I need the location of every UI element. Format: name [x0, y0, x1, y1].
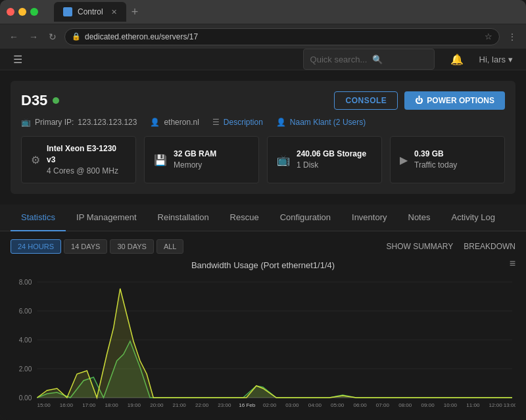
window-expand-icon[interactable]: ⋮	[505, 29, 519, 45]
bookmark-icon[interactable]: ☆	[485, 32, 492, 41]
traffic-lights	[7, 8, 38, 16]
back-button[interactable]: ←	[7, 29, 21, 45]
tab-title: Control	[78, 7, 103, 16]
traffic-label: 0.39 GB Traffic today	[414, 149, 457, 171]
storage-icon: 📺	[277, 154, 290, 166]
svg-text:15:00: 15:00	[37, 402, 51, 408]
tab-nav: Statistics IP Management Reinstallation …	[0, 204, 526, 231]
title-bar: Control ✕ +	[0, 0, 526, 24]
app-nav: ☰ Quick search... 🔍 🔔 Hi, lars ▾	[0, 49, 526, 70]
cpu-line2: 4 Cores @ 800 MHz	[47, 166, 118, 175]
hamburger-icon[interactable]: ☰	[13, 53, 22, 66]
provider-icon: 👤	[150, 118, 160, 127]
svg-text:21:00: 21:00	[173, 402, 187, 408]
tab-favicon	[63, 7, 72, 16]
traffic-line2: Traffic today	[414, 160, 457, 170]
ram-icon: 💾	[154, 154, 167, 166]
cpu-label: Intel Xeon E3-1230 v3 4 Cores @ 800 MHz	[47, 143, 126, 176]
search-box[interactable]: Quick search... 🔍	[303, 49, 435, 70]
power-icon: ⏻	[415, 96, 423, 105]
svg-text:8.00: 8.00	[19, 279, 32, 286]
server-header: D35 CONSOLE ⏻ POWER OPTIONS	[21, 91, 505, 110]
description-item[interactable]: ☰ Description	[212, 118, 263, 127]
svg-text:05:00: 05:00	[331, 402, 345, 408]
description-link[interactable]: Description	[224, 118, 263, 127]
user-chevron-icon: ▾	[508, 55, 513, 64]
tab-statistics[interactable]: Statistics	[11, 204, 66, 231]
bandwidth-chart: 8.00 6.00 4.00 2.00 0.00 15:00 16	[11, 275, 515, 420]
svg-text:0.00: 0.00	[19, 394, 32, 402]
provider-name: etheron.nl	[164, 118, 199, 127]
svg-text:18:00: 18:00	[105, 402, 118, 408]
address-bar[interactable]: 🔒 dedicated.etheron.eu/servers/17 ☆	[64, 28, 500, 45]
chart-svg-wrapper: 8.00 6.00 4.00 2.00 0.00 15:00 16	[11, 275, 515, 420]
tab-configuration[interactable]: Configuration	[270, 204, 341, 231]
storage-label: 240.06 GB Storage 1 Disk	[297, 149, 366, 171]
spec-ram: 💾 32 GB RAM Memory	[144, 136, 259, 183]
new-tab-button[interactable]: +	[132, 5, 139, 19]
maximize-button[interactable]	[30, 8, 38, 16]
svg-text:09:00: 09:00	[421, 402, 435, 408]
time-24h-button[interactable]: 24 HOURS	[11, 239, 61, 254]
spec-storage: 📺 240.06 GB Storage 1 Disk	[267, 136, 382, 183]
cpu-line1: Intel Xeon E3-1230 v3	[47, 144, 116, 164]
time-all-button[interactable]: ALL	[156, 239, 184, 254]
chart-title: Bandwidth Usage (Port ethernet1/1/4)	[11, 260, 515, 270]
stats-area: 24 HOURS 14 DAYS 30 DAYS ALL SHOW SUMMAR…	[0, 231, 526, 420]
ram-line1: 32 GB RAM	[174, 149, 216, 158]
forward-button[interactable]: →	[26, 29, 41, 45]
primary-ip-item: 📺 Primary IP: 123.123.123.123	[21, 118, 137, 127]
user-info: Hi, lars ▾	[479, 55, 513, 64]
svg-text:06:00: 06:00	[353, 402, 367, 408]
browser-tab[interactable]: Control ✕	[54, 2, 126, 22]
traffic-icon: ▶	[400, 154, 408, 166]
search-icon[interactable]: 🔍	[372, 55, 383, 64]
url-text: dedicated.etheron.eu/servers/17	[85, 32, 475, 41]
primary-ip: 123.123.123.123	[78, 118, 137, 127]
console-button[interactable]: CONSOLE	[334, 91, 398, 110]
lock-icon: 🔒	[72, 32, 81, 41]
tab-notes[interactable]: Notes	[398, 204, 441, 231]
server-specs: ⚙ Intel Xeon E3-1230 v3 4 Cores @ 800 MH…	[21, 136, 505, 183]
chart-container: Bandwidth Usage (Port ethernet1/1/4) ≡ 8…	[11, 260, 515, 420]
server-name: D35	[21, 92, 47, 109]
provider-item: 👤 etheron.nl	[150, 118, 199, 127]
server-meta: 📺 Primary IP: 123.123.123.123 👤 etheron.…	[21, 118, 505, 127]
user-item[interactable]: 👤 Naam Klant (2 Users)	[276, 118, 366, 127]
time-range-bar: 24 HOURS 14 DAYS 30 DAYS ALL SHOW SUMMAR…	[11, 239, 515, 254]
svg-text:03:00: 03:00	[285, 402, 299, 408]
svg-text:16 Feb: 16 Feb	[239, 402, 256, 408]
svg-text:10:00: 10:00	[444, 402, 458, 408]
search-placeholder: Quick search...	[310, 55, 368, 64]
primary-ip-label: Primary IP:	[35, 118, 74, 127]
time-30d-button[interactable]: 30 DAYS	[110, 239, 153, 254]
ram-label: 32 GB RAM Memory	[174, 149, 216, 171]
tab-ip-management[interactable]: IP Management	[66, 204, 147, 231]
browser-nav-bar: ← → ↻ 🔒 dedicated.etheron.eu/servers/17 …	[0, 24, 526, 49]
spec-traffic: ▶ 0.39 GB Traffic today	[390, 136, 505, 183]
reload-button[interactable]: ↻	[46, 29, 59, 45]
svg-text:2.00: 2.00	[19, 365, 32, 373]
spec-cpu: ⚙ Intel Xeon E3-1230 v3 4 Cores @ 800 MH…	[21, 136, 136, 183]
storage-line2: 1 Disk	[297, 160, 318, 170]
tab-inventory[interactable]: Inventory	[341, 204, 397, 231]
chart-menu-icon[interactable]: ≡	[510, 258, 515, 269]
power-options-button[interactable]: ⏻ POWER OPTIONS	[404, 91, 505, 110]
tab-rescue[interactable]: Rescue	[220, 204, 270, 231]
breakdown-button[interactable]: BREAKDOWN	[464, 242, 515, 251]
server-card: D35 CONSOLE ⏻ POWER OPTIONS 📺 Primary IP…	[11, 81, 515, 194]
page-content: ☰ Quick search... 🔍 🔔 Hi, lars ▾ D35 CON…	[0, 49, 526, 420]
notification-bell-icon[interactable]: 🔔	[450, 53, 464, 66]
tab-bar: Control ✕ +	[54, 2, 138, 22]
minimize-button[interactable]	[18, 8, 26, 16]
tab-close-icon[interactable]: ✕	[111, 8, 117, 16]
close-button[interactable]	[7, 8, 14, 16]
tab-reinstallation[interactable]: Reinstallation	[147, 204, 220, 231]
svg-text:07:00: 07:00	[376, 402, 390, 408]
time-14d-button[interactable]: 14 DAYS	[64, 239, 107, 254]
power-label: POWER OPTIONS	[427, 96, 494, 105]
user-link[interactable]: Naam Klant (2 Users)	[290, 118, 366, 127]
show-summary-button[interactable]: SHOW SUMMARY	[387, 242, 454, 251]
tab-activity-log[interactable]: Activity Log	[441, 204, 505, 231]
ram-line2: Memory	[174, 160, 202, 170]
